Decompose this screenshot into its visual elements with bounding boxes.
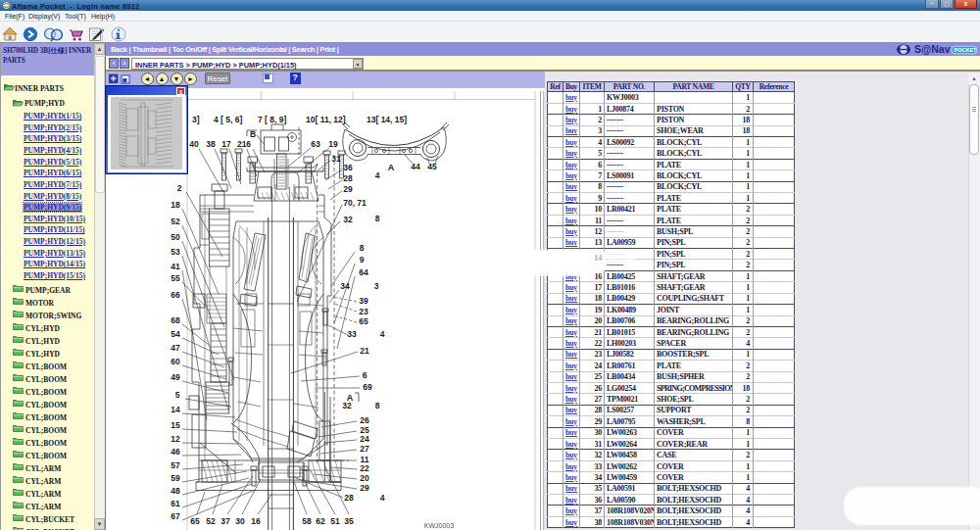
svg-text:52: 52 (171, 217, 180, 226)
svg-text:35: 35 (344, 516, 354, 526)
svg-text:27: 27 (360, 444, 369, 454)
svg-text:69: 69 (363, 382, 372, 392)
svg-text:55: 55 (171, 273, 180, 283)
svg-text:41: 41 (171, 262, 180, 271)
svg-text:B: B (250, 129, 256, 139)
svg-text:63: 63 (311, 139, 320, 149)
svg-text:40: 40 (189, 139, 199, 149)
svg-text:3]: 3] (192, 115, 200, 124)
svg-text:8: 8 (375, 401, 380, 410)
svg-text:10[ 11, 12]: 10[ 11, 12] (306, 115, 346, 124)
svg-text:6: 6 (363, 370, 368, 380)
svg-text:KWJ0003: KWJ0003 (424, 522, 454, 529)
svg-text:32: 32 (343, 215, 353, 224)
svg-text:7 [ 8, 9]: 7 [ 8, 9] (258, 115, 286, 124)
svg-text:POCKET: POCKET (955, 47, 978, 53)
svg-text:39: 39 (359, 296, 368, 306)
svg-text:58: 58 (302, 516, 312, 526)
svg-text:15: 15 (171, 420, 180, 430)
svg-text:65: 65 (359, 316, 368, 326)
svg-text:68: 68 (171, 315, 180, 325)
svg-text:66: 66 (171, 290, 180, 300)
svg-text:54: 54 (171, 329, 180, 339)
svg-text:29: 29 (343, 184, 353, 194)
svg-text:49: 49 (171, 372, 180, 382)
svg-text:65: 65 (190, 516, 200, 526)
svg-text:A: A (347, 393, 354, 403)
svg-text:62: 62 (316, 516, 325, 526)
svg-text:21: 21 (360, 346, 369, 356)
svg-text:26: 26 (360, 415, 369, 425)
svg-text:4: 4 (380, 493, 385, 503)
svg-text:59: 59 (171, 473, 180, 483)
svg-text:60: 60 (171, 357, 180, 366)
svg-text:34: 34 (340, 281, 350, 291)
svg-text:38: 38 (206, 139, 216, 149)
svg-text:2: 2 (177, 183, 182, 193)
svg-text:61: 61 (171, 499, 180, 508)
svg-text:3: 3 (374, 281, 379, 291)
svg-text:51: 51 (330, 516, 340, 526)
svg-text:67: 67 (171, 511, 180, 521)
svg-text:A: A (388, 163, 395, 172)
svg-text:8: 8 (375, 214, 380, 223)
svg-text:12: 12 (171, 434, 180, 444)
svg-text:24: 24 (360, 434, 369, 444)
svg-text:17: 17 (221, 139, 231, 149)
svg-text:45: 45 (427, 162, 437, 171)
svg-text:14: 14 (171, 405, 180, 414)
svg-text:19: 19 (328, 139, 338, 149)
svg-text:4 [ 5, 6]: 4 [ 5, 6] (214, 115, 242, 124)
svg-text:28: 28 (344, 493, 354, 503)
svg-text:36: 36 (343, 163, 353, 172)
svg-text:4: 4 (380, 329, 385, 339)
svg-text:57: 57 (171, 460, 180, 470)
svg-text:20: 20 (360, 473, 369, 483)
svg-text:33: 33 (347, 329, 357, 339)
svg-text:13[ 14, 15]: 13[ 14, 15] (367, 115, 407, 124)
svg-text:46: 46 (171, 447, 180, 457)
svg-text:18: 18 (171, 200, 180, 210)
svg-text:29: 29 (360, 483, 369, 493)
svg-text:47: 47 (171, 343, 180, 353)
svg-text:22: 22 (360, 463, 369, 473)
svg-text:S@Nav: S@Nav (914, 43, 951, 55)
svg-text:5: 5 (175, 390, 180, 400)
svg-text:70, 71: 70, 71 (343, 198, 367, 208)
svg-text:48: 48 (171, 486, 180, 496)
svg-text:53: 53 (171, 247, 180, 257)
svg-text:8: 8 (360, 243, 365, 253)
svg-text:28: 28 (343, 173, 353, 183)
svg-text:23: 23 (359, 307, 368, 316)
svg-text:52: 52 (206, 516, 216, 526)
svg-text:31: 31 (331, 154, 341, 164)
svg-text:44: 44 (411, 162, 420, 171)
svg-text:16: 16 (251, 516, 261, 526)
svg-text:4: 4 (375, 170, 380, 180)
svg-text:37: 37 (220, 516, 230, 526)
svg-text:64: 64 (359, 267, 368, 277)
svg-text:216: 216 (237, 139, 251, 149)
svg-text:50: 50 (171, 232, 180, 242)
svg-text:9: 9 (360, 255, 365, 265)
svg-text:30: 30 (235, 516, 245, 526)
